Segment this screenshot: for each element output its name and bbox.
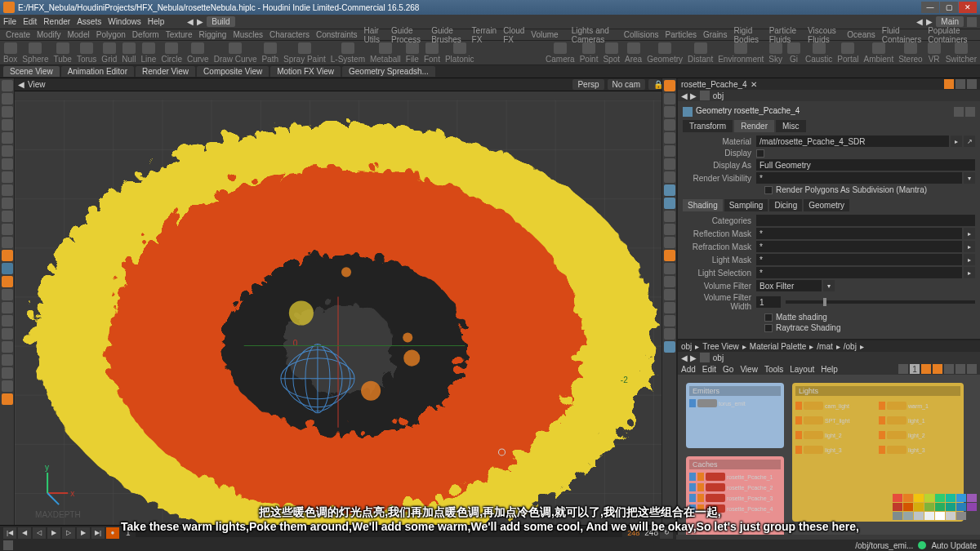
rendvis-field[interactable]: * [756,172,962,184]
display-option-icon[interactable] [664,106,675,118]
volfilter-field[interactable]: Box Filter [756,280,822,291]
viewport-tool-icon[interactable] [2,158,13,170]
shelf-tab[interactable]: Rigging [196,30,229,39]
viewport-tool-icon[interactable] [2,132,13,144]
color-swatch[interactable] [946,512,956,520]
viewport-tool-icon[interactable] [2,328,13,340]
gear-icon[interactable] [944,79,954,89]
tool-circle[interactable]: Circle [161,42,182,64]
play-next-icon[interactable]: ▶ [77,527,90,539]
help-icon[interactable] [967,79,977,89]
shelf-tab[interactable]: Particles [663,30,699,39]
play-prev-icon[interactable]: ◀ [18,527,31,539]
pin-icon[interactable] [956,79,965,89]
net-opt-icon[interactable] [956,364,965,374]
menu-assets[interactable]: Assets [77,17,101,26]
frame-start[interactable]: 1 [126,528,131,537]
display-option-icon[interactable] [664,315,675,327]
menu-windows[interactable]: Windows [108,17,141,26]
viewport-tool-icon[interactable] [2,393,13,405]
display-option-icon[interactable] [664,119,675,131]
color-swatch[interactable] [903,503,913,511]
display-option-icon[interactable] [664,250,675,261]
shelf-tab[interactable]: Polygon [94,30,128,39]
viewport-tool-icon[interactable] [2,80,13,91]
shelf-tab[interactable]: Texture [163,30,195,39]
params-breadcrumb[interactable]: ◀ ▶ obj [678,90,980,101]
frame-end[interactable]: 248 [644,528,658,537]
display-option-icon[interactable] [664,328,675,340]
shelf-tab[interactable]: Modify [34,30,63,39]
display-option-icon[interactable] [664,341,675,353]
color-swatch[interactable] [893,512,902,520]
display-option-icon[interactable] [664,184,675,196]
color-swatch[interactable] [893,494,902,502]
close-button[interactable]: ✕ [959,2,977,13]
viewport-tool-icon[interactable] [2,237,13,248]
play-play-icon[interactable]: ▶ [47,527,60,539]
raytrace-checkbox[interactable] [764,324,773,332]
node-light[interactable]: light_3 [879,446,960,454]
node-cache[interactable]: rosette_Pcache_4 [689,504,781,513]
net-level-icon[interactable]: 1 [910,364,920,374]
info-icon[interactable] [954,107,964,117]
tool-grid[interactable]: Grid [101,42,117,64]
color-swatch[interactable] [903,512,913,520]
lock-icon[interactable]: 🔒 [648,79,658,90]
menu-render[interactable]: Render [43,17,70,26]
displayas-field[interactable]: Full Geometry [756,159,975,171]
viewport-tool-icon[interactable] [2,171,13,183]
color-swatch[interactable] [924,494,934,502]
volfilterw-field[interactable]: 1 [756,296,781,308]
shelf-tab[interactable]: Oceans [844,30,877,39]
timeline-slider[interactable] [136,529,623,537]
viewport-tool-icon[interactable] [2,289,13,300]
color-swatch[interactable] [893,503,902,511]
shelf-tab[interactable]: Rigid Bodies [731,26,764,44]
shelf-tab[interactable]: Fluid Containers [880,26,924,44]
viewport-tool-icon[interactable] [2,315,13,327]
color-swatch[interactable] [967,503,977,511]
tool-l-system[interactable]: L-System [331,42,365,64]
gear-icon[interactable] [3,540,13,550]
desktop-build[interactable]: Build [207,16,234,27]
network-breadcrumb[interactable]: obj▸ Tree View▸ Material Palette▸ /mat▸ … [678,340,980,352]
display-option-icon[interactable] [664,198,675,209]
shelf-tab[interactable]: Create [3,30,33,39]
play-realtime-icon[interactable]: ● [106,527,119,539]
menu-edit[interactable]: Edit [23,17,37,26]
shelf-tab[interactable]: Guide Process [389,26,427,44]
update-mode[interactable]: Auto Update [931,541,977,550]
lightsel-field[interactable]: * [756,267,962,278]
pane-tab[interactable]: Geometry Spreadsh... [342,66,435,77]
menu-file[interactable]: File [3,17,16,26]
net-flag-icon[interactable] [933,364,942,374]
color-swatch[interactable] [935,494,945,502]
color-swatch[interactable] [946,503,956,511]
tool-sphere[interactable]: Sphere [22,42,48,64]
shelf-tab[interactable]: Grains [701,30,729,39]
reflmask-field[interactable]: * [756,228,962,239]
play-stepback-icon[interactable]: ◁ [33,527,46,539]
pane-tab[interactable]: Animation Editor [61,66,134,77]
camera-persp[interactable]: Persp [572,79,604,90]
node-emitter[interactable]: torus_emit [689,399,781,407]
frame-current[interactable]: 248 [627,529,639,537]
color-swatch[interactable] [956,512,966,520]
net-wire-icon[interactable] [921,364,931,374]
tool-camera[interactable]: Camera [546,42,575,64]
pane-tab[interactable]: Motion FX View [270,66,341,77]
viewport-tool-icon[interactable] [2,93,13,104]
display-option-icon[interactable] [664,132,675,144]
loop-icon[interactable]: ↻ [660,527,673,539]
shelf-tab[interactable]: Viscous Fluids [805,26,843,44]
tool-vr-camera[interactable]: VR [928,42,941,64]
netbox-caches[interactable]: Caches rosette_Pcache_1 rosette_Pcache_2… [686,456,784,535]
node-light[interactable]: light_2 [879,431,960,439]
viewport-tool-icon[interactable] [2,184,13,196]
dropdown-icon[interactable]: ▾ [964,172,975,184]
tool-font[interactable]: Font [424,42,440,64]
viewport-tool-icon[interactable] [2,276,13,287]
color-swatch[interactable] [956,503,966,511]
color-swatch[interactable] [967,494,977,502]
